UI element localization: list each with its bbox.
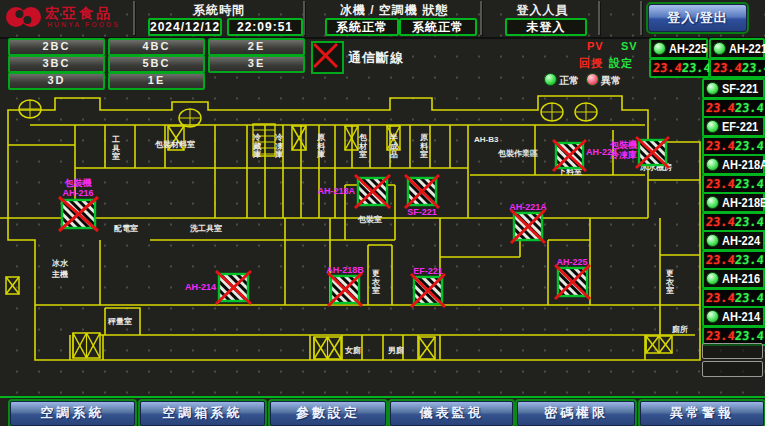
header-divider: [303, 1, 305, 35]
comm-lost-marker-AH-225[interactable]: AH-225: [555, 257, 590, 299]
equipment-values-AH-218A: 23.423.4: [702, 174, 765, 194]
comm-lost-marker-AH-214[interactable]: AH-214: [185, 271, 251, 304]
marker-label: AH-218A: [317, 186, 355, 196]
room-label: 主機: [51, 269, 68, 279]
floor-button-2BC[interactable]: 2BC: [8, 38, 105, 56]
room-label: 冷凍庫: [274, 133, 284, 159]
floor-plan: 工具室包裝材料室冷藏庫冷凍庫原料庫包材室半成品原料室AH-B3包裝作業區下料室冰…: [0, 90, 710, 397]
floor-button-3E[interactable]: 3E: [208, 55, 305, 73]
room-label: 包材室: [358, 133, 368, 159]
floor-button-5BC[interactable]: 5BC: [108, 55, 205, 73]
floor-button-2E[interactable]: 2E: [208, 38, 305, 56]
pv-value: 23.4: [705, 329, 735, 343]
equipment-values-AH-216: 23.423.4: [702, 288, 765, 308]
room-label: AH-B3: [474, 135, 499, 144]
pv-label: PV: [587, 40, 604, 52]
room-label: 冷藏庫: [252, 133, 262, 159]
comm-lost-marker-AH-221A[interactable]: AH-221A: [509, 202, 547, 243]
comm-lost-marker-AH-224[interactable]: AH-224: [553, 140, 617, 171]
equipment-cell-AH-221A[interactable]: AH-221A: [709, 38, 765, 59]
equipment-values-EF-221: 23.423.4: [702, 136, 765, 156]
equipment-values-AH-224: 23.423.4: [702, 250, 765, 270]
floor-button-3D[interactable]: 3D: [8, 72, 105, 90]
floor-button-4BC[interactable]: 4BC: [108, 38, 205, 56]
comm-lost-marker-EF-221[interactable]: EF-221: [411, 266, 445, 307]
header-divider: [598, 1, 600, 35]
pv-value: 23.4: [705, 139, 735, 153]
equipment-cell-AH-225[interactable]: AH-225: [649, 38, 708, 59]
equipment-name: AH-218A: [722, 158, 765, 172]
status-led-icon: [706, 272, 719, 285]
header-divider: [480, 1, 482, 35]
room-label: 包裝作業區: [497, 149, 538, 158]
status-led-icon: [706, 310, 719, 323]
empty-equipment-slot: [702, 361, 763, 377]
equipment-cell-AH-218A[interactable]: AH-218A: [702, 154, 765, 175]
floor-button-1E[interactable]: 1E: [108, 72, 205, 90]
marker-label: EF-221: [413, 266, 443, 276]
equipment-values-SF-221: 23.423.4: [702, 98, 765, 118]
room-label: 洗工具室: [189, 223, 222, 233]
comm-lost-marker-SF-221[interactable]: SF-221: [405, 175, 439, 217]
login-status: 未登入: [505, 18, 587, 36]
abnormal-label: 異常: [601, 74, 621, 88]
marker-label: AH-225: [556, 257, 587, 267]
comm-lost-marker-包裝機冷凍庫[interactable]: 包裝機冷凍庫: [609, 137, 669, 168]
room-label: 男廁: [387, 345, 404, 355]
nav-button-3[interactable]: 參數設定: [270, 401, 386, 426]
nav-button-5[interactable]: 密碼權限: [517, 401, 635, 426]
room-label: 配電室: [114, 223, 138, 233]
nav-separator: [0, 396, 765, 398]
pv-value: 23.4: [705, 291, 735, 305]
ac-status: 系統正常: [399, 18, 477, 36]
logo-subtext: HUNYA FOODS: [47, 21, 120, 28]
equipment-cell-AH-216[interactable]: AH-216: [702, 268, 765, 289]
nav-button-1[interactable]: 空調系統: [10, 401, 135, 426]
room-label: 原料室: [419, 133, 429, 159]
equipment-name: SF-221: [722, 82, 758, 96]
door-icon: [73, 333, 100, 358]
equipment-name: AH-214: [722, 310, 760, 324]
equipment-name: EF-221: [722, 120, 758, 134]
abnormal-led-icon: [586, 73, 599, 86]
comm-lost-marker-AH-218B[interactable]: AH-218B: [326, 265, 364, 306]
equipment-cell-AH-224[interactable]: AH-224: [702, 230, 765, 251]
sv-value: 23.4: [734, 139, 764, 153]
status-led-icon: [653, 42, 666, 55]
room-label: 包裝材料室: [154, 139, 195, 149]
machine-status-label: 冰機 / 空調機 狀態: [308, 2, 480, 16]
marker-label: SF-221: [407, 207, 437, 217]
room-label: 半成品: [389, 133, 398, 159]
sv-value: 23.4: [734, 215, 764, 229]
equipment-cell-AH-214[interactable]: AH-214: [702, 306, 765, 327]
nav-button-6[interactable]: 異常警報: [640, 401, 764, 426]
empty-equipment-slot: [702, 343, 763, 359]
feedback-label: 回授: [579, 56, 603, 71]
comm-lost-marker-AH-218A[interactable]: AH-218A: [317, 175, 390, 208]
comm-lost-marker-包裝機AH-216[interactable]: 包裝機AH-216: [59, 178, 98, 231]
sv-label: SV: [621, 40, 638, 52]
sv-value: 23.4: [741, 61, 765, 75]
equipment-cell-EF-221[interactable]: EF-221: [702, 116, 765, 137]
login-logout-button[interactable]: 登入/登出: [648, 4, 747, 32]
equipment-name: AH-216: [722, 272, 760, 286]
sv-value: 23.4: [734, 177, 764, 191]
status-led-icon: [706, 158, 719, 171]
nav-button-4[interactable]: 儀表監視: [390, 401, 513, 426]
nav-button-2[interactable]: 空調箱系統: [140, 401, 265, 426]
sv-value: 23.4: [734, 253, 764, 267]
equipment-values-AH-221A: 23.423.4: [709, 58, 765, 78]
door-icon: [314, 337, 341, 359]
pv-value: 23.4: [712, 61, 742, 75]
equipment-cell-SF-221[interactable]: SF-221: [702, 78, 765, 99]
room-label: 女廁: [344, 345, 361, 355]
status-led-icon: [706, 120, 719, 133]
equipment-name: AH-224: [722, 234, 760, 248]
pv-value: 23.4: [705, 215, 735, 229]
floor-button-3BC[interactable]: 3BC: [8, 55, 105, 73]
header-divider: [640, 1, 642, 35]
marker-label: 包裝機: [609, 140, 637, 150]
pv-value: 23.4: [705, 101, 735, 115]
equipment-cell-AH-218B[interactable]: AH-218B: [702, 192, 765, 213]
room-label: 包裝室: [357, 214, 382, 224]
